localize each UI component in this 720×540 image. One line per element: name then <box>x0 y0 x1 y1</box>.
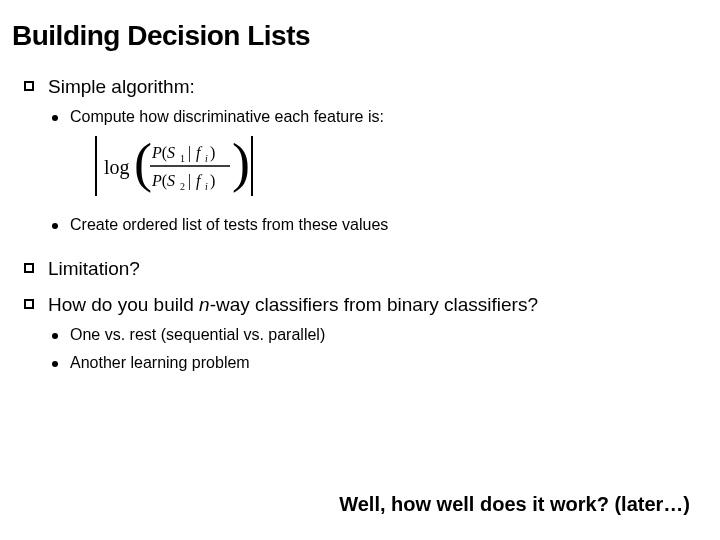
svg-text:P(S: P(S <box>151 144 175 162</box>
footer-text: Well, how well does it work? (later…) <box>339 493 690 516</box>
sub-list: Compute how discriminative each feature … <box>48 108 388 234</box>
svg-text:|: | <box>188 172 191 190</box>
sub-item: Compute how discriminative each feature … <box>52 108 388 206</box>
formula: log ( ) P(S 1 | <box>94 134 384 198</box>
sub-item-text: Another learning problem <box>70 354 250 372</box>
list-item: Simple algorithm: Compute how discrimina… <box>24 76 700 244</box>
list-item: Limitation? <box>24 258 700 280</box>
svg-text:): ) <box>210 144 215 162</box>
item-text-post: -way classifiers from binary classifiers… <box>210 294 538 315</box>
square-bullet-icon <box>24 81 34 91</box>
bullet-list: Simple algorithm: Compute how discrimina… <box>12 76 700 382</box>
sub-item: Create ordered list of tests from these … <box>52 216 388 234</box>
slide-title: Building Decision Lists <box>12 20 700 52</box>
sub-list: One vs. rest (sequential vs. parallel) A… <box>48 326 538 372</box>
svg-text:log: log <box>104 156 130 179</box>
dot-bullet-icon <box>52 115 58 121</box>
svg-text:i: i <box>205 153 208 164</box>
sub-item-text: Create ordered list of tests from these … <box>70 216 388 234</box>
square-bullet-icon <box>24 299 34 309</box>
sub-item-text: Compute how discriminative each feature … <box>70 108 384 206</box>
svg-text:f: f <box>196 172 203 190</box>
sub-item-text: One vs. rest (sequential vs. parallel) <box>70 326 325 344</box>
svg-text:f: f <box>196 144 203 162</box>
item-content: Limitation? <box>48 258 140 280</box>
item-content: Simple algorithm: Compute how discrimina… <box>48 76 388 244</box>
item-text: Simple algorithm: <box>48 76 195 97</box>
svg-text:1: 1 <box>180 153 185 164</box>
svg-text:i: i <box>205 181 208 192</box>
svg-text:P(S: P(S <box>151 172 175 190</box>
svg-text:(: ( <box>134 134 152 193</box>
item-text-em: n <box>199 294 210 315</box>
svg-text:2: 2 <box>180 181 185 192</box>
sub-item: One vs. rest (sequential vs. parallel) <box>52 326 538 344</box>
svg-text:): ) <box>210 172 215 190</box>
list-item: How do you build n-way classifiers from … <box>24 294 700 382</box>
dot-bullet-icon <box>52 361 58 367</box>
sub-item: Another learning problem <box>52 354 538 372</box>
item-content: How do you build n-way classifiers from … <box>48 294 538 382</box>
item-text: Limitation? <box>48 258 140 279</box>
square-bullet-icon <box>24 263 34 273</box>
dot-bullet-icon <box>52 333 58 339</box>
dot-bullet-icon <box>52 223 58 229</box>
svg-text:|: | <box>188 144 191 162</box>
svg-text:): ) <box>232 134 250 193</box>
item-text-pre: How do you build <box>48 294 199 315</box>
